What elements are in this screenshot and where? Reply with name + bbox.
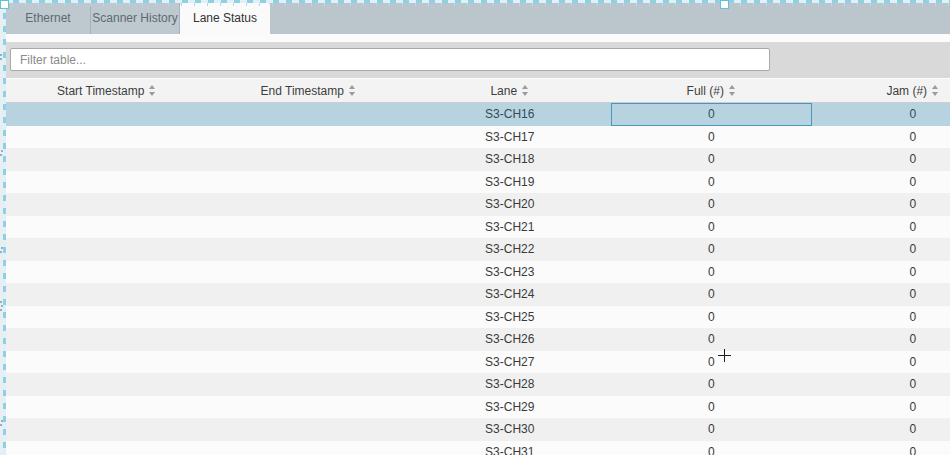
column-header-start-timestamp[interactable]: Start Timestamp (6, 84, 208, 98)
table-row[interactable]: S3-CH1600 (6, 103, 950, 126)
filter-input[interactable] (10, 48, 770, 71)
sort-icon[interactable] (349, 85, 356, 96)
cell-lane: S3-CH28 (409, 373, 611, 396)
cell-jam: 0 (812, 306, 950, 329)
tab-lane-status[interactable]: Lane Status (180, 3, 270, 36)
background-speckles (0, 54, 2, 56)
cell-full: 0 (611, 328, 813, 351)
tab-bar: Ethernet Scanner History Lane Status (6, 3, 950, 34)
cell-end (208, 148, 410, 171)
cell-end (208, 351, 410, 374)
cell-lane: S3-CH18 (409, 148, 611, 171)
cell-start (6, 148, 208, 171)
table-row[interactable]: S3-CH2300 (6, 261, 950, 284)
selection-border-left (3, 0, 6, 455)
selection-handle-top-middle[interactable] (720, 0, 729, 9)
column-header-lane[interactable]: Lane (409, 84, 611, 98)
cell-end (208, 283, 410, 306)
cell-jam: 0 (812, 396, 950, 419)
cell-lane: S3-CH25 (409, 306, 611, 329)
sort-icon[interactable] (149, 85, 156, 96)
cell-full: 0 (611, 373, 813, 396)
cell-end (208, 418, 410, 441)
cell-jam: 0 (812, 171, 950, 194)
cell-jam: 0 (812, 418, 950, 441)
cell-full: 0 (611, 418, 813, 441)
tab-bar-spacer (270, 3, 950, 34)
table-row[interactable]: S3-CH2100 (6, 216, 950, 239)
column-header-label: Full (#) (687, 84, 724, 98)
cell-start (6, 418, 208, 441)
filter-bar (6, 42, 950, 78)
cell-end (208, 373, 410, 396)
table-row[interactable]: S3-CH2500 (6, 306, 950, 329)
table-body: S3-CH1600S3-CH1700S3-CH1800S3-CH1900S3-C… (6, 103, 950, 455)
selection-border-top (0, 0, 950, 3)
cell-full: 0 (611, 238, 813, 261)
cell-jam: 0 (812, 126, 950, 149)
table-row[interactable]: S3-CH2900 (6, 396, 950, 419)
table-row[interactable]: S3-CH2800 (6, 373, 950, 396)
table-row[interactable]: S3-CH3000 (6, 418, 950, 441)
cell-jam: 0 (812, 148, 950, 171)
cell-full: 0 (611, 148, 813, 171)
cell-full: 0 (611, 261, 813, 284)
cell-start (6, 216, 208, 239)
column-header-jam[interactable]: Jam (#) (812, 84, 950, 98)
column-header-label: End Timestamp (261, 84, 344, 98)
table-row[interactable]: S3-CH2600 (6, 328, 950, 351)
cell-lane: S3-CH24 (409, 283, 611, 306)
tab-ethernet[interactable]: Ethernet (6, 3, 91, 34)
cell-start (6, 238, 208, 261)
cell-full: 0 (611, 396, 813, 419)
cell-start (6, 261, 208, 284)
cell-end (208, 306, 410, 329)
crosshair-cursor-icon (718, 349, 731, 362)
cell-start (6, 193, 208, 216)
tab-scanner-history[interactable]: Scanner History (91, 3, 180, 34)
table-row[interactable]: S3-CH1700 (6, 126, 950, 149)
cell-lane: S3-CH21 (409, 216, 611, 239)
column-header-full[interactable]: Full (#) (611, 84, 813, 98)
cell-jam: 0 (812, 283, 950, 306)
cell-jam: 0 (812, 328, 950, 351)
table-row[interactable]: S3-CH2400 (6, 283, 950, 306)
cell-end (208, 193, 410, 216)
cell-lane: S3-CH30 (409, 418, 611, 441)
cell-start (6, 373, 208, 396)
table-header-row: Start Timestamp End Timestamp Lane Full … (6, 78, 950, 103)
cell-end (208, 261, 410, 284)
cell-start (6, 126, 208, 149)
cell-lane: S3-CH17 (409, 126, 611, 149)
cell-end (208, 126, 410, 149)
table-row[interactable]: S3-CH1800 (6, 148, 950, 171)
table-row[interactable]: S3-CH2700 (6, 351, 950, 374)
sort-icon[interactable] (522, 85, 529, 96)
cell-lane: S3-CH31 (409, 441, 611, 455)
cell-start (6, 396, 208, 419)
sort-icon[interactable] (932, 85, 939, 96)
cell-full: 0 (611, 351, 813, 374)
selection-handle-top-left[interactable] (0, 0, 9, 9)
cell-lane: S3-CH22 (409, 238, 611, 261)
column-header-label: Lane (490, 84, 517, 98)
table-row[interactable]: S3-CH2000 (6, 193, 950, 216)
cell-full[interactable]: 0 (611, 103, 813, 126)
table-row[interactable]: S3-CH3100 (6, 441, 950, 455)
cell-lane: S3-CH29 (409, 396, 611, 419)
cell-start (6, 441, 208, 455)
cell-start (6, 306, 208, 329)
cell-start (6, 103, 208, 126)
cell-jam: 0 (812, 238, 950, 261)
cell-jam: 0 (812, 351, 950, 374)
cell-full: 0 (611, 193, 813, 216)
cell-end (208, 171, 410, 194)
cell-jam: 0 (812, 103, 950, 126)
column-header-label: Jam (#) (886, 84, 927, 98)
sort-icon[interactable] (729, 85, 736, 96)
table-row[interactable]: S3-CH2200 (6, 238, 950, 261)
column-header-end-timestamp[interactable]: End Timestamp (208, 84, 410, 98)
table-row[interactable]: S3-CH1900 (6, 171, 950, 194)
cell-lane: S3-CH23 (409, 261, 611, 284)
cell-jam: 0 (812, 216, 950, 239)
